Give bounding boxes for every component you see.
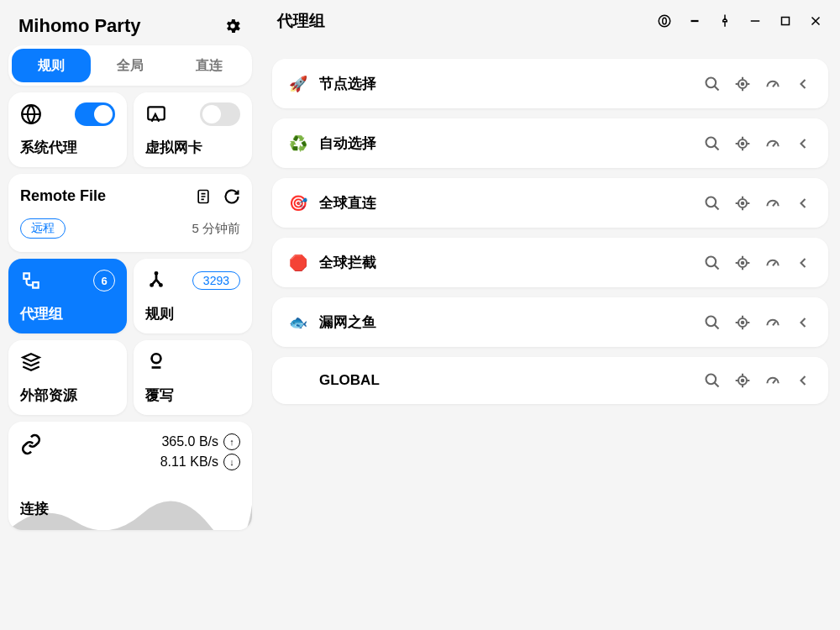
group-name: 全球拦截 bbox=[319, 253, 376, 272]
down-arrow-icon: ↓ bbox=[223, 454, 240, 470]
svg-point-6 bbox=[152, 354, 161, 363]
search-icon[interactable] bbox=[704, 195, 721, 212]
sidebar-header: Mihomo Party bbox=[8, 8, 252, 39]
upload-speed: 365.0 B/s ↑ bbox=[161, 433, 240, 450]
connections-card[interactable]: 365.0 B/s ↑ 8.11 KB/s ↓ 连接 bbox=[8, 422, 252, 530]
group-emoji: ♻️ bbox=[289, 134, 307, 153]
document-icon[interactable] bbox=[195, 188, 212, 205]
proxy-group-icon bbox=[20, 270, 42, 291]
group-emoji: 🚀 bbox=[289, 75, 307, 93]
speed-icon[interactable] bbox=[764, 255, 781, 271]
close-icon[interactable] bbox=[808, 13, 823, 29]
refresh-icon[interactable] bbox=[223, 188, 240, 205]
search-icon[interactable] bbox=[704, 372, 721, 389]
group-name: 全球直连 bbox=[319, 193, 376, 213]
system-proxy-label: 系统代理 bbox=[20, 138, 115, 157]
chevron-left-icon[interactable] bbox=[795, 195, 811, 212]
svg-point-5 bbox=[160, 284, 161, 286]
speed-icon[interactable] bbox=[764, 135, 781, 152]
svg-point-19 bbox=[706, 256, 717, 266]
svg-point-21 bbox=[742, 261, 744, 264]
group-list: 🚀节点选择♻️自动选择🎯全球直连🛑全球拦截🐟漏网之鱼GLOBAL bbox=[260, 42, 840, 630]
titlebar: 代理组 bbox=[260, 0, 840, 42]
nav-rules[interactable]: 3293 规则 bbox=[134, 259, 252, 333]
settings-icon[interactable] bbox=[223, 17, 242, 35]
dash-icon[interactable] bbox=[687, 13, 702, 29]
svg-point-25 bbox=[706, 375, 717, 385]
speed-icon[interactable] bbox=[764, 195, 781, 212]
svg-point-16 bbox=[706, 197, 717, 207]
system-proxy-card[interactable]: 系统代理 bbox=[8, 92, 127, 167]
svg-point-4 bbox=[151, 284, 153, 286]
tab-direct[interactable]: 直连 bbox=[170, 49, 249, 82]
circle-zero-icon[interactable] bbox=[657, 13, 672, 29]
svg-point-8 bbox=[663, 18, 667, 24]
proxy-group-count: 6 bbox=[93, 270, 115, 291]
search-icon[interactable] bbox=[704, 135, 721, 152]
rules-count: 3293 bbox=[192, 271, 240, 290]
svg-point-24 bbox=[742, 321, 744, 323]
locate-icon[interactable] bbox=[734, 372, 751, 389]
nav-resources[interactable]: 外部资源 bbox=[8, 340, 127, 415]
connections-label: 连接 bbox=[20, 499, 240, 518]
tab-rule[interactable]: 规则 bbox=[12, 49, 91, 82]
group-item[interactable]: ♻️自动选择 bbox=[272, 118, 828, 168]
nav-proxy-group[interactable]: 6 代理组 bbox=[8, 259, 127, 333]
locate-icon[interactable] bbox=[734, 195, 751, 212]
group-item[interactable]: GLOBAL bbox=[272, 357, 828, 404]
locate-icon[interactable] bbox=[734, 135, 751, 152]
tab-global[interactable]: 全局 bbox=[91, 49, 170, 82]
chevron-left-icon[interactable] bbox=[795, 372, 811, 389]
group-item[interactable]: 🚀节点选择 bbox=[272, 59, 828, 108]
sidebar: Mihomo Party 规则 全局 直连 系统代理 bbox=[0, 0, 260, 630]
app-title: Mihomo Party bbox=[18, 15, 140, 37]
search-icon[interactable] bbox=[704, 255, 721, 271]
chevron-left-icon[interactable] bbox=[795, 76, 811, 92]
tun-toggle[interactable] bbox=[200, 102, 240, 126]
locate-icon[interactable] bbox=[734, 76, 751, 92]
speed-icon[interactable] bbox=[764, 314, 781, 331]
svg-point-12 bbox=[742, 82, 744, 85]
locate-icon[interactable] bbox=[734, 314, 751, 331]
group-name: 自动选择 bbox=[319, 134, 376, 153]
svg-point-10 bbox=[706, 77, 717, 87]
link-icon bbox=[20, 433, 42, 455]
group-item[interactable]: 🐟漏网之鱼 bbox=[272, 297, 828, 347]
search-icon[interactable] bbox=[704, 76, 721, 92]
search-icon[interactable] bbox=[704, 314, 721, 331]
locate-icon[interactable] bbox=[734, 255, 751, 271]
maximize-icon[interactable] bbox=[778, 13, 793, 29]
speed-icon[interactable] bbox=[764, 76, 781, 92]
profile-card[interactable]: Remote File 远程 5 分钟前 bbox=[8, 174, 252, 252]
system-proxy-toggle[interactable] bbox=[75, 102, 115, 126]
group-name: 节点选择 bbox=[319, 74, 376, 93]
nav-resources-label: 外部资源 bbox=[20, 386, 115, 405]
tun-label: 虚拟网卡 bbox=[145, 138, 240, 157]
svg-point-18 bbox=[742, 202, 744, 204]
pin-icon[interactable] bbox=[717, 13, 732, 29]
group-emoji: 🎯 bbox=[289, 194, 307, 213]
mode-tabs: 规则 全局 直连 bbox=[8, 45, 252, 86]
svg-point-15 bbox=[742, 142, 744, 144]
minimize-icon[interactable] bbox=[748, 13, 763, 29]
nav-rules-label: 规则 bbox=[145, 304, 240, 323]
svg-rect-9 bbox=[782, 18, 790, 25]
chevron-left-icon[interactable] bbox=[795, 135, 811, 152]
download-speed: 8.11 KB/s ↓ bbox=[160, 454, 240, 470]
svg-point-27 bbox=[742, 380, 744, 382]
group-item[interactable]: 🛑全球拦截 bbox=[272, 238, 828, 287]
nav-override[interactable]: 覆写 bbox=[134, 340, 252, 415]
group-item[interactable]: 🎯全球直连 bbox=[272, 178, 828, 228]
profile-tag: 远程 bbox=[20, 218, 66, 239]
tun-card[interactable]: 虚拟网卡 bbox=[134, 92, 252, 167]
group-name: 漏网之鱼 bbox=[319, 312, 376, 332]
svg-point-3 bbox=[155, 272, 157, 274]
speed-icon[interactable] bbox=[764, 372, 781, 389]
rules-icon bbox=[145, 270, 167, 291]
nav-override-label: 覆写 bbox=[145, 386, 240, 405]
profile-time: 5 分钟前 bbox=[192, 221, 240, 237]
chevron-left-icon[interactable] bbox=[795, 255, 811, 271]
layers-icon bbox=[20, 351, 42, 373]
chevron-left-icon[interactable] bbox=[795, 314, 811, 331]
profile-title: Remote File bbox=[20, 187, 106, 205]
